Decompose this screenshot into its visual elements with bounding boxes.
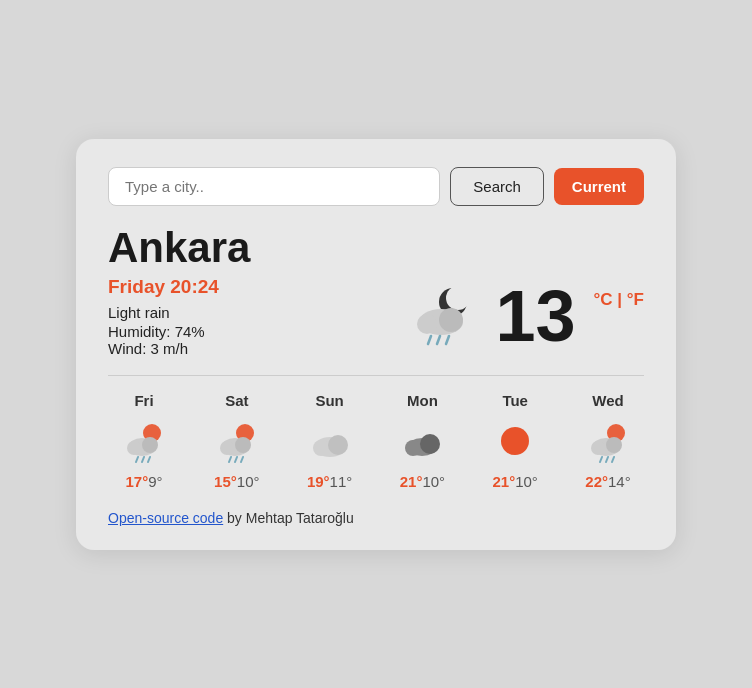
forecast-day-wed: Wed 22°14° (572, 392, 644, 490)
svg-line-35 (612, 457, 614, 462)
svg-line-21 (241, 457, 243, 462)
svg-line-34 (606, 457, 608, 462)
open-source-link[interactable]: Open-source code (108, 510, 223, 526)
day-label: Fri (134, 392, 153, 409)
svg-point-17 (220, 441, 234, 455)
forecast-temps-sat: 15°10° (214, 473, 259, 490)
svg-line-12 (136, 457, 138, 462)
svg-line-6 (437, 336, 440, 344)
forecast-day-mon: Mon 21°10° (386, 392, 458, 490)
main-weather-icon (405, 280, 477, 352)
humidity: Humidity: 74% (108, 323, 219, 340)
divider (108, 375, 644, 376)
svg-point-32 (606, 437, 622, 453)
city-search-input[interactable] (108, 167, 440, 206)
svg-line-13 (142, 457, 144, 462)
day-label: Tue (502, 392, 528, 409)
svg-line-19 (229, 457, 231, 462)
svg-point-23 (313, 440, 329, 456)
svg-point-18 (235, 437, 251, 453)
svg-line-20 (235, 457, 237, 462)
forecast-row: Fri 17°9° Sat (108, 392, 644, 490)
unit-toggle[interactable]: °C | °F (594, 290, 644, 310)
svg-point-26 (405, 440, 421, 456)
svg-point-11 (142, 437, 158, 453)
svg-point-10 (127, 441, 141, 455)
forecast-temps-tue: 21°10° (493, 473, 538, 490)
forecast-icon-sun (306, 417, 354, 465)
forecast-icon-wed (584, 417, 632, 465)
svg-line-33 (600, 457, 602, 462)
forecast-temps-mon: 21°10° (400, 473, 445, 490)
svg-point-28 (501, 427, 529, 455)
forecast-icon-mon (398, 417, 446, 465)
forecast-day-fri: Fri 17°9° (108, 392, 180, 490)
svg-line-7 (446, 336, 449, 344)
svg-point-3 (417, 314, 437, 334)
forecast-day-sun: Sun 19°11° (294, 392, 366, 490)
wind: Wind: 3 m/h (108, 340, 219, 357)
svg-line-5 (428, 336, 431, 344)
footer-author: by Mehtap Tataroğlu (223, 510, 354, 526)
search-button[interactable]: Search (450, 167, 544, 206)
day-label: Sat (225, 392, 248, 409)
day-label: Wed (592, 392, 623, 409)
svg-point-31 (591, 441, 605, 455)
forecast-day-sat: Sat 15°10° (201, 392, 273, 490)
forecast-temps-wed: 22°14° (585, 473, 630, 490)
top-bar: Search Current (108, 167, 644, 206)
current-button[interactable]: Current (554, 168, 644, 205)
weather-card: Search Current Ankara Friday 20:24 Light… (76, 139, 676, 550)
footer: Open-source code by Mehtap Tataroğlu (108, 510, 644, 526)
left-info: Friday 20:24 Light rain Humidity: 74% Wi… (108, 276, 219, 357)
forecast-icon-sat (213, 417, 261, 465)
forecast-icon-tue (491, 417, 539, 465)
svg-point-1 (446, 286, 470, 310)
forecast-icon-fri (120, 417, 168, 465)
forecast-temps-sun: 19°11° (307, 473, 352, 490)
main-info: Friday 20:24 Light rain Humidity: 74% Wi… (108, 276, 644, 357)
svg-line-14 (148, 457, 150, 462)
temperature: 13 (495, 280, 575, 352)
svg-point-27 (420, 434, 440, 454)
day-label: Mon (407, 392, 438, 409)
right-info: 13 °C | °F (405, 280, 644, 352)
svg-point-24 (328, 435, 348, 455)
forecast-day-tue: Tue 21°10° (479, 392, 551, 490)
svg-point-4 (439, 308, 463, 332)
day-label: Sun (315, 392, 343, 409)
forecast-temps-fri: 17°9° (125, 473, 162, 490)
date-time: Friday 20:24 (108, 276, 219, 298)
weather-condition: Light rain (108, 304, 219, 321)
city-name: Ankara (108, 224, 644, 272)
